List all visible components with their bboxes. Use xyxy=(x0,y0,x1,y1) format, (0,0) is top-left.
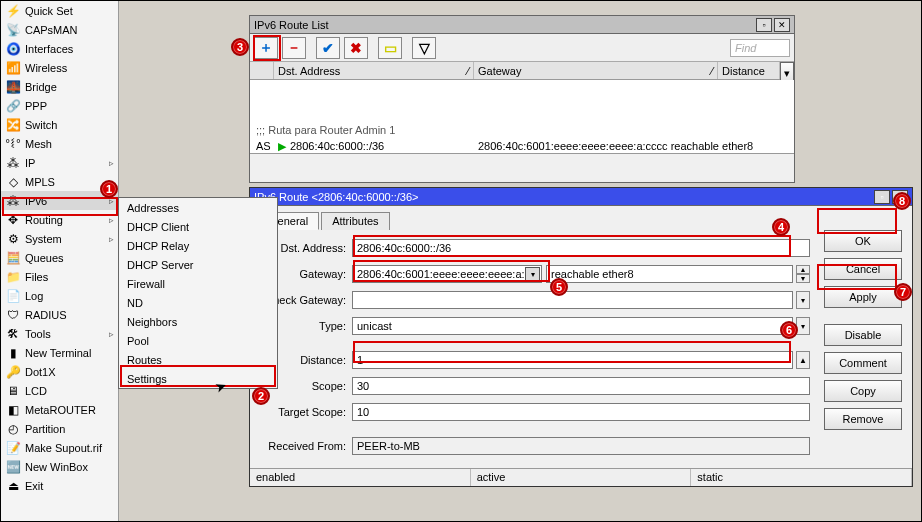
sidebar-item-files[interactable]: 📁Files xyxy=(1,267,118,286)
route-list-header: Dst. Address∕ Gateway∕ Distance ▾ xyxy=(250,62,794,80)
sidebar-item-label: Switch xyxy=(25,119,57,131)
sidebar-item-interfaces[interactable]: 🧿Interfaces xyxy=(1,39,118,58)
sidebar-item-log[interactable]: 📄Log xyxy=(1,286,118,305)
input-gateway-status[interactable]: reachable ether8 xyxy=(546,265,793,283)
submenu-dhcprelay[interactable]: DHCP Relay xyxy=(119,236,277,255)
gateway-updown[interactable]: ▲▼ xyxy=(796,265,810,283)
sidebar-item-radius[interactable]: 🛡RADIUS xyxy=(1,305,118,324)
sidebar-item-mesh[interactable]: °ᛵ°Mesh xyxy=(1,134,118,153)
submenu-nd[interactable]: ND xyxy=(119,293,277,312)
submenu-firewall[interactable]: Firewall xyxy=(119,274,277,293)
route-row[interactable]: AS ▶2806:40c:6000::/36 2806:40c:6001:eee… xyxy=(250,138,794,154)
sidebar-item-dot1x[interactable]: 🔑Dot1X xyxy=(1,362,118,381)
sidebar-item-newterminal[interactable]: ▮New Terminal xyxy=(1,343,118,362)
sidebar-item-system[interactable]: ⚙System▹ xyxy=(1,229,118,248)
remove-button[interactable]: － xyxy=(282,37,306,59)
sidebar-item-newwinbox[interactable]: 🆕New WinBox xyxy=(1,457,118,476)
input-type[interactable]: unicast xyxy=(352,317,793,335)
route-list-body[interactable]: ;;; Ruta para Router Admin 1 AS ▶2806:40… xyxy=(250,80,794,154)
sidebar-item-capsman[interactable]: 📡CAPsMAN xyxy=(1,20,118,39)
sidebar-item-quickset[interactable]: ⚡Quick Set xyxy=(1,1,118,20)
input-gateway[interactable]: 2806:40c:6001:eeee:eeee:eeee:a:c ▾ xyxy=(352,265,542,283)
sidebar-item-exit[interactable]: ⏏Exit xyxy=(1,476,118,495)
input-dst-address[interactable]: 2806:40c:6000::/36 xyxy=(352,239,810,257)
submenu-dhcpserver[interactable]: DHCP Server xyxy=(119,255,277,274)
submenu-settings[interactable]: Settings xyxy=(119,369,277,388)
chevron-right-icon: ▹ xyxy=(109,329,114,339)
interfaces-icon: 🧿 xyxy=(5,41,21,57)
supout-icon: 📝 xyxy=(5,440,21,456)
minimize-button[interactable]: ▫ xyxy=(756,18,772,32)
ok-button[interactable]: OK xyxy=(824,230,902,252)
annot-8: 8 xyxy=(893,192,911,210)
disable-button[interactable]: ✖ xyxy=(344,37,368,59)
sidebar-item-wireless[interactable]: 📶Wireless xyxy=(1,58,118,77)
sidebar-item-queues[interactable]: 🧮Queues xyxy=(1,248,118,267)
remove-button[interactable]: Remove xyxy=(824,408,902,430)
sidebar-item-label: IP xyxy=(25,157,35,169)
wireless-icon: 📶 xyxy=(5,60,21,76)
disable-button[interactable]: Disable xyxy=(824,324,902,346)
filter-button[interactable]: ▽ xyxy=(412,37,436,59)
submenu-neighbors[interactable]: Neighbors xyxy=(119,312,277,331)
sidebar-item-label: MetaROUTER xyxy=(25,404,96,416)
th-flag[interactable] xyxy=(250,62,274,79)
th-dst-address[interactable]: Dst. Address∕ xyxy=(274,62,474,79)
status-enabled: enabled xyxy=(250,469,471,486)
minimize-button[interactable]: ▫ xyxy=(874,190,890,204)
sidebar-item-routing[interactable]: ✥Routing▹ xyxy=(1,210,118,229)
sidebar-item-supout[interactable]: 📝Make Supout.rif xyxy=(1,438,118,457)
ipv6-icon: ⁂ xyxy=(5,193,21,209)
sidebar-item-bridge[interactable]: 🌉Bridge xyxy=(1,77,118,96)
submenu-pool[interactable]: Pool xyxy=(119,331,277,350)
type-dropdown[interactable]: ▾ xyxy=(796,317,810,335)
submenu-label: ND xyxy=(127,297,143,309)
submenu-routes[interactable]: Routes xyxy=(119,350,277,369)
route-dst-address: ▶2806:40c:6000::/36 xyxy=(274,140,474,153)
apply-button[interactable]: Apply xyxy=(824,286,902,308)
input-scope[interactable]: 30 xyxy=(352,377,810,395)
find-input[interactable]: Find xyxy=(730,39,790,57)
chevron-right-icon: ▹ xyxy=(109,234,114,244)
sidebar-item-ip[interactable]: ⁂IP▹ xyxy=(1,153,118,172)
gateway-dropdown-icon[interactable]: ▾ xyxy=(525,267,540,282)
route-list-titlebar[interactable]: IPv6 Route List ▫ ✕ xyxy=(250,16,794,34)
sidebar-item-switch[interactable]: 🔀Switch xyxy=(1,115,118,134)
comment-button[interactable]: Comment xyxy=(824,352,902,374)
cancel-button[interactable]: Cancel xyxy=(824,258,902,280)
sidebar-item-label: CAPsMAN xyxy=(25,24,78,36)
distance-up[interactable]: ▲ xyxy=(796,351,810,369)
submenu-addresses[interactable]: Addresses xyxy=(119,198,277,217)
sidebar-item-lcd[interactable]: 🖥LCD xyxy=(1,381,118,400)
check-gateway-dropdown[interactable]: ▾ xyxy=(796,291,810,309)
annot-2: 2 xyxy=(252,387,270,405)
submenu-dhcpclient[interactable]: DHCP Client xyxy=(119,217,277,236)
sidebar-item-label: Wireless xyxy=(25,62,67,74)
files-icon: 📁 xyxy=(5,269,21,285)
sidebar-item-label: MPLS xyxy=(25,176,55,188)
submenu-label: DHCP Relay xyxy=(127,240,189,252)
copy-button[interactable]: Copy xyxy=(824,380,902,402)
tab-attributes[interactable]: Attributes xyxy=(321,212,389,230)
th-gateway[interactable]: Gateway∕ xyxy=(474,62,718,79)
input-check-gateway[interactable] xyxy=(352,291,793,309)
enable-button[interactable]: ✔ xyxy=(316,37,340,59)
comment-button[interactable]: ▭ xyxy=(378,37,402,59)
close-button[interactable]: ✕ xyxy=(774,18,790,32)
app-root: ⚡Quick Set 📡CAPsMAN 🧿Interfaces 📶Wireles… xyxy=(0,0,922,522)
sidebar-item-label: Partition xyxy=(25,423,65,435)
antenna-icon: 📡 xyxy=(5,22,21,38)
sidebar-item-label: IPv6 xyxy=(25,195,47,207)
dialog-tabs: General Attributes xyxy=(256,212,810,230)
input-target-scope[interactable]: 10 xyxy=(352,403,810,421)
input-distance[interactable]: 1 xyxy=(352,351,793,369)
sidebar-item-ppp[interactable]: 🔗PPP xyxy=(1,96,118,115)
sidebar-item-tools[interactable]: 🛠Tools▹ xyxy=(1,324,118,343)
sidebar-item-metarouter[interactable]: ◧MetaROUTER xyxy=(1,400,118,419)
add-button[interactable]: ＋ xyxy=(254,37,278,59)
th-distance[interactable]: Distance xyxy=(718,62,780,79)
submenu-label: Routes xyxy=(127,354,162,366)
sidebar-item-partition[interactable]: ◴Partition xyxy=(1,419,118,438)
route-dialog-titlebar[interactable]: IPv6 Route <2806:40c:6000::/36> ▫ ✕ xyxy=(250,188,912,206)
submenu-label: Settings xyxy=(127,373,167,385)
